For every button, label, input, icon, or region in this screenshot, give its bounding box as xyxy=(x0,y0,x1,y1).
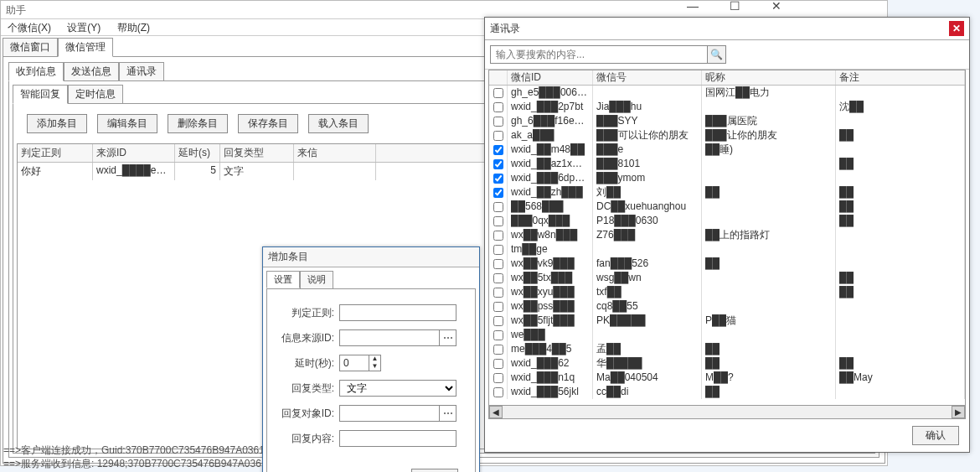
input-source[interactable] xyxy=(339,329,440,346)
contacts-ok-button[interactable]: 确认 xyxy=(912,426,959,445)
contacts-row[interactable]: wx██pss███cq8██55 xyxy=(489,299,965,314)
col-wxid[interactable]: 微信ID xyxy=(508,70,593,85)
contacts-row[interactable]: wxid_██az1x██████8101██ xyxy=(489,157,965,171)
checkbox[interactable] xyxy=(493,174,503,184)
contacts-row[interactable]: wxid_██zh███刘██████ xyxy=(489,185,965,200)
dialog-tab-help[interactable]: 说明 xyxy=(300,271,333,288)
input-reply-content[interactable] xyxy=(339,430,456,447)
search-input[interactable] xyxy=(490,45,708,64)
checkbox[interactable] xyxy=(493,245,503,255)
contacts-row[interactable]: wx██xyu███txf████ xyxy=(489,285,965,299)
col-remark[interactable]: 备注 xyxy=(836,70,965,85)
contacts-row[interactable]: gh_6███f16e1██████SYY███属医院 xyxy=(489,114,965,128)
maximize-icon[interactable]: ☐ xyxy=(720,0,749,13)
spin-down-icon[interactable]: ▼ xyxy=(369,363,380,371)
contacts-row[interactable]: gh_e5███0061: sg███国网江██电力 xyxy=(489,86,965,100)
col-rule[interactable]: 判定正则 xyxy=(18,144,93,162)
col-wxnum[interactable]: 微信号 xyxy=(593,70,702,85)
browse-source-button[interactable]: ⋯ xyxy=(440,329,456,346)
checkbox[interactable] xyxy=(493,259,503,269)
row-checkbox[interactable] xyxy=(489,271,508,285)
col-extra[interactable]: 来信 xyxy=(294,144,376,162)
contacts-row[interactable]: wxid_███2p7btJia███hu沈██ xyxy=(489,100,965,114)
menu-help[interactable]: 帮助(Z) xyxy=(111,22,157,34)
row-checkbox[interactable] xyxy=(489,128,508,143)
search-icon[interactable]: 🔍 xyxy=(708,45,726,64)
contacts-row[interactable]: tm██ge xyxy=(489,242,965,257)
checkbox[interactable] xyxy=(493,145,503,155)
checkbox[interactable] xyxy=(493,330,503,340)
checkbox[interactable] xyxy=(493,387,503,397)
contacts-row[interactable]: wx██vk9███fan███526██ xyxy=(489,257,965,271)
checkbox[interactable] xyxy=(493,117,503,127)
contacts-row[interactable]: me███4██5孟████ xyxy=(489,342,965,356)
col-nick[interactable]: 昵称 xyxy=(702,70,836,85)
col-delay[interactable]: 延时(s) xyxy=(175,144,220,162)
minimize-icon[interactable]: — xyxy=(678,0,707,13)
row-checkbox[interactable] xyxy=(489,200,508,214)
checkbox[interactable] xyxy=(493,159,503,169)
tab-contacts[interactable]: 通讯录 xyxy=(119,62,164,81)
contacts-row[interactable]: wx██5fljt███PK█████P██猫 xyxy=(489,314,965,328)
contacts-row[interactable]: wxid_███6dp██████ymom xyxy=(489,171,965,185)
row-checkbox[interactable] xyxy=(489,214,508,228)
checkbox[interactable] xyxy=(493,373,503,383)
contacts-row[interactable]: wxid_███56jklcc██di██ xyxy=(489,385,965,399)
scroll-left-icon[interactable]: ◀ xyxy=(489,406,503,418)
checkbox[interactable] xyxy=(493,102,503,112)
contacts-row[interactable]: wx██w8n███Z76█████上的指路灯 xyxy=(489,228,965,242)
contacts-row[interactable]: we███ xyxy=(489,328,965,342)
row-checkbox[interactable] xyxy=(489,356,508,371)
contacts-row[interactable]: wxid_███62华█████████ xyxy=(489,356,965,371)
contacts-row[interactable]: ███0qx███P18███0630██ xyxy=(489,214,965,228)
contacts-row[interactable]: wx██5tx███wsg██wn██ xyxy=(489,271,965,285)
row-checkbox[interactable] xyxy=(489,228,508,242)
tab-smart-reply[interactable]: 智能回复 xyxy=(13,85,68,104)
checkbox[interactable] xyxy=(493,188,503,198)
row-checkbox[interactable] xyxy=(489,342,508,356)
row-checkbox[interactable] xyxy=(489,100,508,114)
row-checkbox[interactable] xyxy=(489,114,508,128)
dialog-ok-button[interactable]: 确认 xyxy=(411,469,458,472)
checkbox[interactable] xyxy=(493,202,503,212)
menu-wechat[interactable]: 个微信(X) xyxy=(1,22,58,34)
row-checkbox[interactable] xyxy=(489,185,508,200)
tab-wechat-manage[interactable]: 微信管理 xyxy=(58,38,113,57)
checkbox[interactable] xyxy=(493,345,503,355)
scroll-right-icon[interactable]: ▶ xyxy=(952,406,965,418)
contacts-row[interactable]: wxid_███n1qMa██040504M██?██May xyxy=(489,371,965,385)
row-checkbox[interactable] xyxy=(489,143,508,157)
select-reply-type[interactable]: 文字 xyxy=(339,380,456,397)
add-rule-button[interactable]: 添加条目 xyxy=(27,114,87,133)
row-checkbox[interactable] xyxy=(489,328,508,342)
row-checkbox[interactable] xyxy=(489,171,508,185)
row-checkbox[interactable] xyxy=(489,371,508,385)
row-checkbox[interactable] xyxy=(489,257,508,271)
contacts-grid[interactable]: 微信ID 微信号 昵称 备注 gh_e5███0061: sg███国网江██电… xyxy=(488,70,966,419)
row-checkbox[interactable] xyxy=(489,314,508,328)
row-checkbox[interactable] xyxy=(489,299,508,314)
delete-rule-button[interactable]: 删除条目 xyxy=(168,114,228,133)
row-checkbox[interactable] xyxy=(489,86,508,100)
menu-settings[interactable]: 设置(Y) xyxy=(60,22,107,34)
input-delay[interactable]: 0 ▲ ▼ xyxy=(339,355,381,371)
dialog-tab-settings[interactable]: 设置 xyxy=(266,271,300,288)
row-checkbox[interactable] xyxy=(489,285,508,299)
tab-received[interactable]: 收到信息 xyxy=(8,62,64,81)
checkbox[interactable] xyxy=(493,88,503,98)
save-rule-button[interactable]: 保存条目 xyxy=(238,114,298,133)
checkbox[interactable] xyxy=(493,359,503,369)
load-rule-button[interactable]: 载入条目 xyxy=(308,114,369,133)
tab-wechat-window[interactable]: 微信窗口 xyxy=(3,38,58,57)
checkbox[interactable] xyxy=(493,131,503,141)
col-reply-type[interactable]: 回复类型 xyxy=(220,144,294,162)
contacts-row[interactable]: wxid_██m48█████e██睡) xyxy=(489,143,965,157)
checkbox[interactable] xyxy=(493,302,503,312)
close-icon[interactable]: ✕ xyxy=(762,0,791,13)
tab-timed[interactable]: 定时信息 xyxy=(68,85,123,104)
edit-rule-button[interactable]: 编辑条目 xyxy=(97,114,157,133)
row-checkbox[interactable] xyxy=(489,385,508,399)
close-icon[interactable]: ✕ xyxy=(949,21,964,36)
checkbox[interactable] xyxy=(493,231,503,241)
col-source[interactable]: 来源ID xyxy=(93,144,175,162)
